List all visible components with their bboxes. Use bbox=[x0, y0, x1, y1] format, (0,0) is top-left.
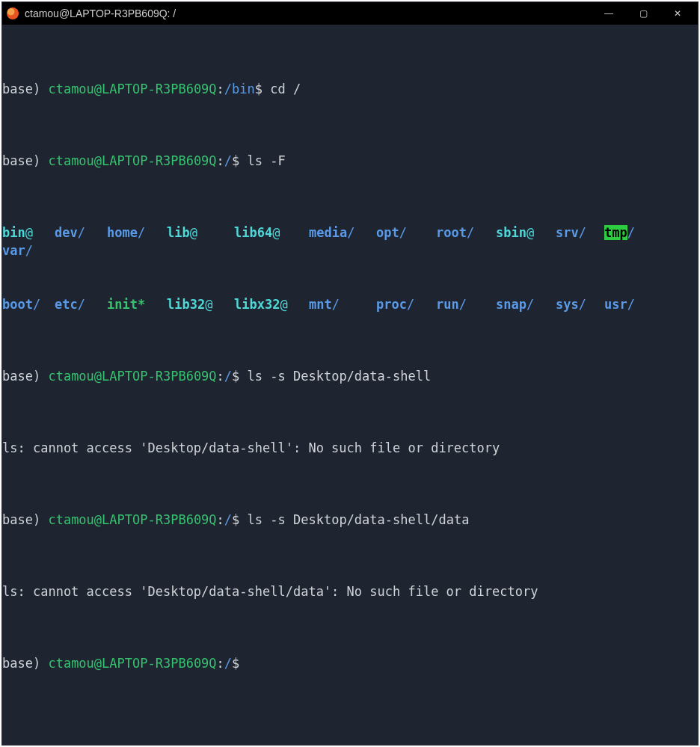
ls-entry: tmp/ bbox=[604, 224, 657, 242]
ls-entry: lib64@ bbox=[234, 224, 309, 242]
ls-entry: etc/ bbox=[55, 295, 107, 313]
ls-entry: init* bbox=[107, 295, 167, 313]
dollar: $ bbox=[232, 153, 239, 168]
env-base: base) bbox=[2, 512, 48, 527]
ls-entry: home/ bbox=[107, 224, 167, 242]
error-output: ls: cannot access 'Desktop/data-shell': … bbox=[2, 439, 698, 457]
colon: : bbox=[217, 153, 224, 168]
env-base: base) bbox=[2, 656, 48, 671]
close-button[interactable]: ✕ bbox=[660, 2, 695, 25]
cwd: / bbox=[224, 153, 232, 168]
prompt-line: base) ctamou@LAPTOP-R3PB609Q:/$ bbox=[2, 654, 698, 672]
ls-output-row: bin@dev/home/lib@lib64@media/opt/root/sb… bbox=[2, 224, 698, 259]
error-output: ls: cannot access 'Desktop/data-shell/da… bbox=[2, 582, 698, 600]
ls-entry: dev/ bbox=[55, 224, 107, 242]
colon: : bbox=[217, 656, 224, 671]
colon: : bbox=[217, 512, 224, 527]
minimize-button[interactable]: — bbox=[592, 2, 626, 25]
command: ls -F bbox=[239, 153, 285, 168]
env-base: base) bbox=[2, 153, 48, 168]
ls-entry: boot/ bbox=[2, 295, 55, 313]
terminal-body[interactable]: base) ctamou@LAPTOP-R3PB609Q:/bin$ cd / … bbox=[2, 25, 698, 745]
ls-entry: run/ bbox=[436, 295, 496, 313]
close-icon: ✕ bbox=[674, 8, 681, 19]
titlebar[interactable]: ctamou@LAPTOP-R3PB609Q: / — ▢ ✕ bbox=[2, 2, 698, 25]
user-host: ctamou@LAPTOP-R3PB609Q bbox=[48, 656, 216, 671]
ls-entry: lib@ bbox=[167, 224, 234, 242]
ls-entry: mnt/ bbox=[309, 295, 376, 313]
user-host: ctamou@LAPTOP-R3PB609Q bbox=[48, 153, 216, 168]
cwd: / bbox=[224, 656, 232, 671]
ls-entry: sys/ bbox=[556, 295, 604, 313]
prompt-line: base) ctamou@LAPTOP-R3PB609Q:/$ ls -s De… bbox=[2, 511, 698, 529]
ls-entry: opt/ bbox=[376, 224, 436, 242]
prompt-line: base) ctamou@LAPTOP-R3PB609Q:/$ ls -F bbox=[2, 152, 698, 170]
ls-entry: lib32@ bbox=[167, 295, 234, 313]
dollar: $ bbox=[232, 369, 239, 384]
command: ls -s Desktop/data-shell/data bbox=[239, 512, 469, 527]
dollar: $ bbox=[232, 512, 239, 527]
ls-entry: usr/ bbox=[604, 295, 657, 313]
ls-entry: media/ bbox=[309, 224, 376, 242]
env-base: base) bbox=[2, 82, 48, 96]
ls-entry: proc/ bbox=[376, 295, 436, 313]
user-host: ctamou@LAPTOP-R3PB609Q bbox=[48, 512, 216, 527]
command: ls -s Desktop/data-shell bbox=[239, 369, 431, 384]
user-host: ctamou@LAPTOP-R3PB609Q bbox=[48, 82, 216, 96]
ls-entry: srv/ bbox=[556, 224, 604, 242]
colon: : bbox=[217, 82, 224, 96]
prompt-line: base) ctamou@LAPTOP-R3PB609Q:/$ ls -s De… bbox=[2, 367, 698, 385]
dollar: $ bbox=[255, 82, 262, 96]
colon: : bbox=[217, 369, 224, 384]
ls-output-row: boot/etc/init*lib32@libx32@mnt/proc/run/… bbox=[2, 295, 698, 313]
user-host: ctamou@LAPTOP-R3PB609Q bbox=[48, 369, 216, 384]
ls-entry: bin@ bbox=[2, 224, 55, 242]
terminal-window: ctamou@LAPTOP-R3PB609Q: / — ▢ ✕ base) ct… bbox=[1, 1, 699, 746]
ls-entry: var/ bbox=[2, 242, 47, 259]
window-title: ctamou@LAPTOP-R3PB609Q: / bbox=[25, 7, 592, 19]
minimize-icon: — bbox=[604, 8, 613, 19]
ls-entry: libx32@ bbox=[234, 295, 309, 313]
cwd: /bin bbox=[224, 82, 255, 96]
ls-entry: snap/ bbox=[496, 295, 556, 313]
maximize-button[interactable]: ▢ bbox=[626, 2, 660, 25]
command: cd / bbox=[262, 82, 301, 96]
prompt-line: base) ctamou@LAPTOP-R3PB609Q:/bin$ cd / bbox=[2, 80, 698, 98]
env-base: base) bbox=[2, 369, 48, 384]
ls-entry: root/ bbox=[436, 224, 496, 242]
cwd: / bbox=[224, 369, 232, 384]
ls-entry: sbin@ bbox=[496, 224, 556, 242]
dollar: $ bbox=[232, 656, 239, 671]
ubuntu-icon bbox=[7, 7, 19, 19]
cwd: / bbox=[224, 512, 232, 527]
maximize-icon: ▢ bbox=[639, 8, 648, 19]
